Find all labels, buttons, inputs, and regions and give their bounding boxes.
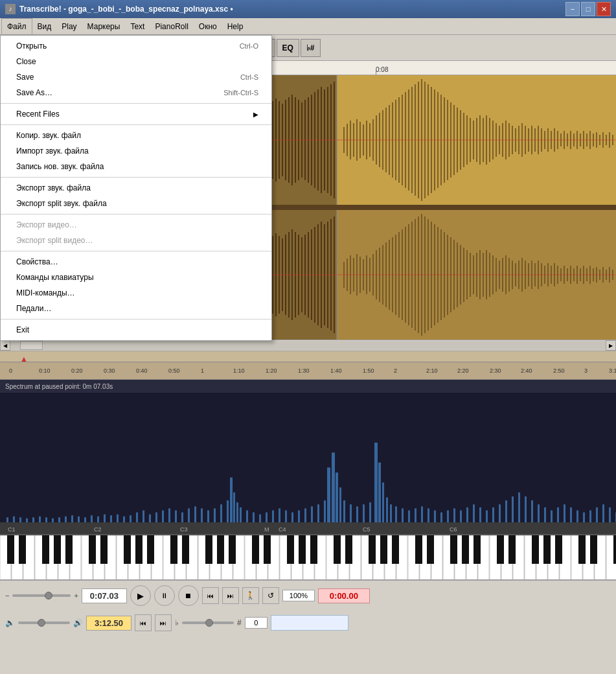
piano-keys-svg[interactable]	[0, 535, 616, 579]
volume-high-icon: 🔊	[73, 618, 83, 627]
volume-low-icon: 🔈	[5, 618, 15, 627]
minimize-button[interactable]: −	[565, 2, 580, 16]
svg-rect-469	[525, 496, 527, 522]
speed-slider[interactable]	[12, 594, 71, 597]
menu-window[interactable]: Окно	[194, 18, 222, 34]
spectrum-area: Spectrum at paused point: 0m 07.03s G7#5…	[0, 380, 616, 522]
seek-back-button[interactable]: ⏮	[202, 587, 219, 604]
svg-rect-438	[339, 487, 341, 522]
menu-open[interactable]: Открыть Ctrl-O	[1, 38, 271, 54]
menu-help[interactable]: Help	[222, 18, 249, 34]
loop-time-display: 0:00.00	[318, 588, 370, 603]
svg-rect-480	[596, 507, 598, 522]
menu-export-sound[interactable]: Экспорт звук. файла	[1, 180, 271, 196]
pos-250: 2:50	[553, 367, 565, 374]
spectrum-canvas: 40 50 40 50	[0, 393, 616, 522]
menu-recent-files[interactable]: Recent Files ▶	[1, 106, 271, 122]
eq-button[interactable]: EQ	[277, 39, 299, 57]
pos-020: 0:20	[71, 367, 83, 374]
svg-rect-415	[214, 508, 216, 522]
svg-rect-434	[324, 500, 326, 522]
piano-area[interactable]	[0, 534, 616, 579]
svg-rect-401	[123, 517, 125, 522]
play-button[interactable]: ▶	[130, 585, 151, 606]
walk-ctrl-button[interactable]: 🚶	[242, 587, 259, 604]
svg-rect-496	[0, 535, 616, 579]
stop-button[interactable]: ⏹	[178, 585, 199, 606]
svg-rect-474	[557, 507, 559, 522]
pos-310: 3:10	[609, 367, 616, 374]
svg-rect-458	[453, 508, 455, 522]
menu-close[interactable]: Close	[1, 54, 271, 69]
scroll-track[interactable]	[10, 341, 606, 350]
pitch-slider[interactable]	[182, 622, 234, 624]
menu-midi[interactable]: MIDI-команды…	[1, 285, 271, 301]
menu-view[interactable]: Вид	[32, 18, 57, 34]
scroll-right-button[interactable]: ▶	[606, 340, 616, 351]
menu-pedals[interactable]: Педали…	[1, 301, 271, 316]
menu-save-as[interactable]: Save As… Shift-Ctrl-S	[1, 85, 271, 100]
svg-rect-416	[220, 504, 222, 522]
svg-rect-461	[473, 504, 475, 522]
svg-rect-394	[78, 517, 80, 522]
duration-display: 3:12.50	[86, 616, 131, 631]
svg-rect-389	[45, 517, 47, 522]
pos-240: 2:40	[521, 367, 532, 374]
svg-rect-465	[499, 504, 501, 522]
menu-export-split[interactable]: Экспорт split звук. файла	[1, 196, 271, 211]
svg-rect-432	[311, 506, 313, 522]
scroll-thumb[interactable]	[20, 341, 43, 350]
loop-display	[271, 615, 348, 631]
svg-rect-409	[175, 511, 177, 522]
maximize-button[interactable]: □	[581, 2, 595, 16]
volume-slider[interactable]	[18, 622, 70, 624]
svg-rect-391	[58, 517, 60, 522]
menu-play[interactable]: Play	[56, 18, 82, 34]
svg-rect-463	[486, 511, 488, 522]
svg-rect-442	[363, 504, 365, 522]
menu-exit[interactable]: Exit	[1, 322, 271, 338]
svg-rect-454	[428, 508, 429, 522]
seek-forward-button[interactable]: ⏭	[222, 587, 239, 604]
svg-rect-456	[440, 513, 442, 522]
speed-slider-thumb	[45, 592, 52, 599]
svg-rect-475	[564, 504, 565, 522]
pause-button[interactable]: ⏸	[154, 585, 175, 606]
step-forward-button[interactable]: ⏭	[155, 614, 172, 631]
menu-text[interactable]: Text	[125, 18, 150, 34]
menu-properties[interactable]: Свойства…	[1, 254, 271, 270]
menubar: Файл Вид Play Маркеры Text PianoRoll Окн…	[0, 18, 616, 35]
window-title: Transcribe! - goga_-_bobi_-_boba_specnaz…	[19, 5, 565, 14]
svg-rect-433	[317, 504, 319, 522]
scrollbar-area[interactable]: ◀ ▶	[0, 340, 616, 351]
menu-keyboard[interactable]: Команды клавиатуры	[1, 270, 271, 285]
piano-label-c4: C4	[279, 526, 286, 533]
svg-rect-450	[402, 508, 404, 522]
position-bar[interactable]: ▲ 0 0:10 0:20 0:30 0:40 0:50 1 1:10 1:20…	[0, 351, 616, 380]
svg-rect-405	[149, 515, 151, 522]
svg-rect-472	[544, 507, 546, 522]
menu-pianoroll[interactable]: PianoRoll	[150, 18, 193, 34]
svg-rect-407	[162, 511, 164, 522]
file-dropdown-menu: Открыть Ctrl-O Close Save Ctrl-S Save As…	[0, 35, 272, 341]
piano-label-c5: C5	[363, 526, 371, 533]
menu-file[interactable]: Файл	[1, 18, 32, 34]
sharp-button[interactable]: ♭#	[301, 39, 321, 57]
svg-rect-385	[19, 517, 21, 522]
svg-rect-408	[168, 508, 170, 522]
svg-rect-395	[84, 517, 86, 522]
menu-export-split-video: Экспорт split видео…	[1, 233, 271, 248]
menu-record[interactable]: Запись нов. звук. файла	[1, 159, 271, 174]
menu-save[interactable]: Save Ctrl-S	[1, 69, 271, 85]
svg-rect-441	[356, 506, 358, 522]
current-time-display[interactable]: 0:07.03	[82, 588, 127, 603]
menu-copy-sound[interactable]: Копир. звук. файл	[1, 128, 271, 143]
svg-rect-388	[39, 517, 41, 522]
svg-rect-417	[227, 500, 229, 522]
loop-ctrl-button[interactable]: ↺	[262, 587, 279, 604]
step-back-button[interactable]: ⏮	[135, 614, 152, 631]
close-button[interactable]: ✕	[597, 2, 611, 16]
menu-import-sound[interactable]: Импорт звук. файла	[1, 143, 271, 159]
scroll-left-button[interactable]: ◀	[0, 340, 10, 351]
menu-markers[interactable]: Маркеры	[82, 18, 126, 34]
